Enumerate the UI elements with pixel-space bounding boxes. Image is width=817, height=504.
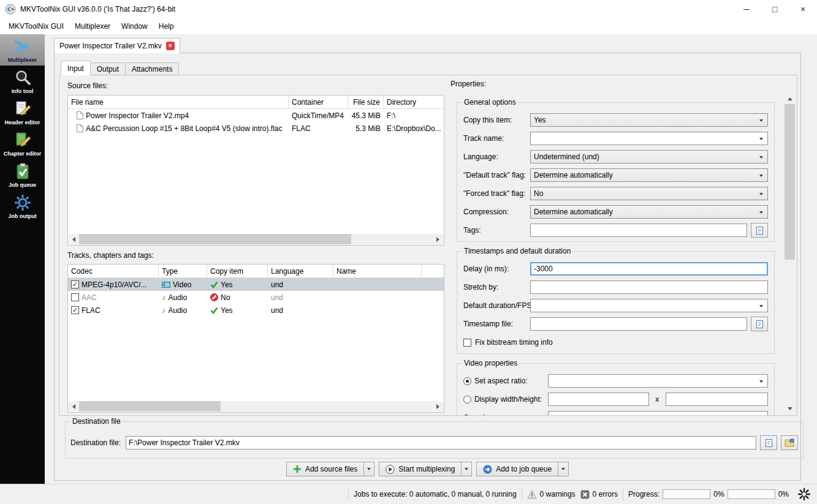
tags-browse-button[interactable] [751,223,768,238]
forced-track-flag-label: "Forced track" flag: [463,189,530,198]
add-source-dropdown-icon[interactable] [363,462,374,476]
progress-label: Progress: [628,490,659,498]
compression-select[interactable]: Determine automatically [530,205,768,219]
display-height-input[interactable] [666,393,768,406]
tab-input[interactable]: Input [61,61,91,75]
aspect-ratio-combo[interactable] [548,374,768,388]
yes-check-icon [210,307,218,314]
fix-bitstream-label: Fix bitstream timing info [475,338,553,347]
source-file-row[interactable]: A&C Percussion Loop #15 + 8Bit Loop#4 V5… [68,122,444,135]
scroll-left-icon[interactable] [69,401,79,412]
track-row-video[interactable]: ✓ MPEG-4p10/AVC/... Video Yes und [68,278,444,291]
tab-close-icon[interactable]: × [166,42,175,50]
column-header-file-size[interactable]: File size [348,96,384,108]
sidebar-item-multiplexer[interactable]: Multiplexer [0,34,45,66]
scroll-thumb[interactable] [79,234,351,244]
yes-check-icon [210,281,218,288]
sidebar-item-chapter-editor[interactable]: Chapter editor [0,128,45,159]
properties-vscrollbar[interactable] [785,94,795,414]
dimensions-x-label: x [649,395,666,404]
minimize-icon[interactable]: ─ [732,0,761,18]
column-header-container[interactable]: Container [289,96,348,108]
column-header-language[interactable]: Language [268,265,333,277]
stretch-by-input[interactable] [530,280,768,294]
sidebar-item-header-editor[interactable]: Header editor [0,97,45,128]
language-select[interactable]: Undetermined (und) [530,150,768,164]
display-dimensions-label: Display width/height: [474,395,548,404]
menu-mkvtoolnix-gui[interactable]: MKVToolNix GUI [3,18,69,34]
magnifier-icon [13,69,32,87]
cropping-input[interactable] [548,411,768,415]
menu-help[interactable]: Help [153,18,180,34]
column-header-copy-item[interactable]: Copy item [207,265,268,277]
properties-panel: General options Copy this item: Yes Trac… [450,91,795,415]
default-track-flag-select[interactable]: Determine automatically [530,168,768,182]
track-row-aac[interactable]: AAC ♪ Audio No und [68,291,444,304]
chevron-down-icon [759,211,763,214]
warnings-count: 0 warnings [540,490,576,498]
maximize-icon[interactable]: □ [761,0,789,18]
menu-window[interactable]: Window [116,18,153,34]
language-label: Language: [463,152,530,161]
column-header-directory[interactable]: Directory [384,96,444,108]
start-mux-dropdown-icon[interactable] [461,462,471,476]
copy-this-item-select[interactable]: Yes [530,113,768,127]
track-checkbox[interactable]: ✓ [71,280,79,288]
timestamps-group: Timestamps and default duration Delay (i… [457,251,775,354]
scroll-thumb[interactable] [785,104,795,260]
source-file-row[interactable]: Power Inspector Trailer V2.mp4 QuickTime… [68,109,444,122]
destination-browse-button[interactable] [760,435,777,450]
chevron-down-icon [759,138,763,140]
display-dimensions-radio[interactable] [463,396,471,404]
queue-arrow-icon [483,465,492,474]
menu-multiplexer[interactable]: Multiplexer [69,18,116,34]
queue-progress-bar [728,489,775,499]
sidebar-item-job-queue[interactable]: Job queue [0,159,45,190]
file-tab[interactable]: Power Inspector Trailer V2.mkv × [54,38,180,53]
scroll-right-icon[interactable] [433,234,443,244]
scroll-right-icon[interactable] [433,401,443,412]
tracks-hscrollbar[interactable] [69,401,443,412]
track-checkbox[interactable] [71,293,79,301]
track-name-combo[interactable] [530,132,768,145]
pencil-green-document-icon [13,131,32,149]
column-header-file-name[interactable]: File name [68,96,289,108]
destination-folder-button[interactable] [781,435,798,450]
destination-file-label: Destination file: [70,438,121,447]
sidebar-item-job-output[interactable]: Job output [0,190,45,222]
column-header-codec[interactable]: Codec [68,265,159,277]
timestamp-file-input[interactable] [530,317,747,331]
display-width-input[interactable] [548,393,649,406]
delay-input[interactable] [530,262,768,276]
tab-attachments[interactable]: Attachments [126,62,180,75]
scroll-left-icon[interactable] [69,234,79,244]
scroll-up-icon[interactable] [785,94,795,104]
timestamp-file-browse-button[interactable] [751,317,768,331]
track-checkbox[interactable]: ✓ [71,306,79,314]
close-icon[interactable]: × [789,0,817,18]
add-queue-dropdown-icon[interactable] [558,462,568,476]
destination-file-input[interactable] [126,436,756,449]
add-source-files-button[interactable]: Add source files [286,462,374,476]
scroll-down-icon[interactable] [785,404,795,414]
aspect-ratio-radio[interactable] [463,377,471,385]
folder-plus-icon [785,438,794,447]
start-multiplexing-button[interactable]: Start multiplexing [379,462,472,476]
forced-track-flag-select[interactable]: No [530,187,768,200]
fix-bitstream-checkbox[interactable] [463,339,471,347]
browse-file-icon [755,320,764,329]
add-to-job-queue-button[interactable]: Add to job queue [476,462,569,476]
video-track-icon [162,281,170,288]
scroll-thumb[interactable] [79,401,221,412]
column-header-type[interactable]: Type [159,265,207,277]
default-duration-label: Default duration/FPS: [463,301,530,310]
column-header-name[interactable]: Name [333,265,422,277]
default-duration-combo[interactable] [530,299,768,312]
source-files-hscrollbar[interactable] [69,234,443,244]
tags-input[interactable] [530,224,747,237]
cropping-label: Cropping: [463,413,548,415]
tab-output[interactable]: Output [91,62,126,75]
track-row-flac[interactable]: ✓ FLAC ♪ Audio Yes und [68,304,444,317]
chevron-down-icon [759,119,763,122]
sidebar-item-info-tool[interactable]: Info tool [0,66,45,97]
